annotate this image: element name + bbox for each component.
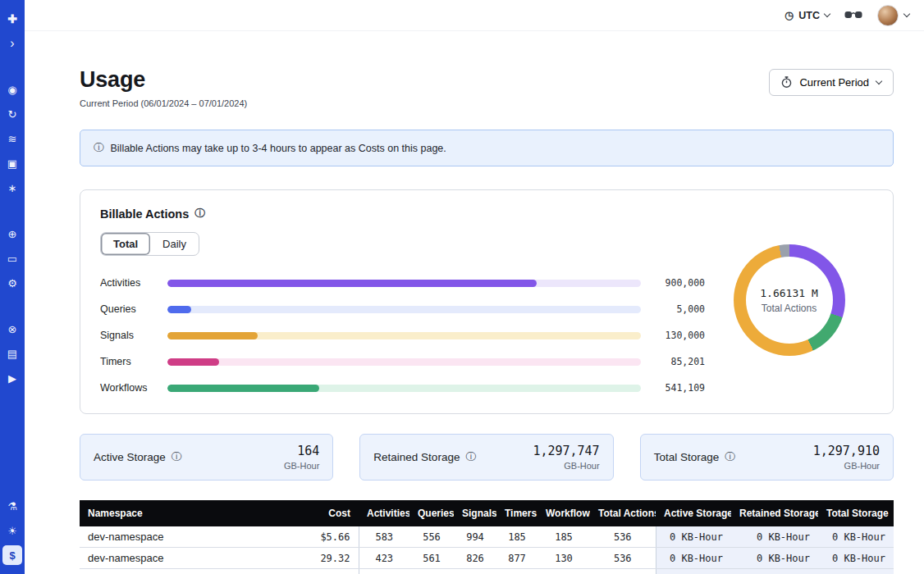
info-icon[interactable]: ⓘ <box>172 450 182 464</box>
total-storage-card: Total Storage ⓘ 1,297,910 GB-Hour <box>640 434 894 481</box>
stopwatch-icon <box>781 76 792 89</box>
theme-icon[interactable]: ☀ <box>2 521 22 540</box>
bar-track <box>167 306 641 313</box>
cell-signals: 826 <box>454 548 496 569</box>
cell-workflows: 130 <box>537 548 590 569</box>
bar-value: 130,000 <box>641 330 705 341</box>
info-icon[interactable]: ⓘ <box>725 450 735 464</box>
tab-total[interactable]: Total <box>101 233 150 255</box>
usage-icon[interactable]: $ <box>2 545 22 565</box>
active-storage-unit: GB-Hour <box>284 461 319 471</box>
cell-workflows: 600 <box>537 569 590 574</box>
cell-retained-storage: 0 KB-Hour <box>731 569 818 574</box>
cell-activities: 583 <box>359 526 409 548</box>
bar-track <box>167 358 641 366</box>
bar-label: Activities <box>100 277 167 289</box>
cloud-icon[interactable]: ⊕ <box>2 224 22 244</box>
page-subtitle: Current Period (06/01/2024 – 07/01/2024) <box>80 98 247 108</box>
cell-signals: 883 <box>454 569 496 574</box>
chevron-down-icon <box>903 11 910 17</box>
bar-track <box>167 280 641 287</box>
namespace-link[interactable]: dev-namespace <box>88 552 164 564</box>
info-banner: ⓘ Billable Actions may take up to 3-4 ho… <box>80 130 894 166</box>
info-icon: ⓘ <box>94 141 104 155</box>
bar-row-timers: Timers 85,201 <box>100 356 705 367</box>
cell-timers: 185 <box>496 526 537 548</box>
nexus-icon[interactable]: ∗ <box>2 178 22 198</box>
collapse-sidebar-icon[interactable]: › <box>2 34 22 53</box>
cell-queries: 556 <box>409 526 454 548</box>
chevron-down-icon <box>824 11 830 17</box>
cell-timers: 816 <box>496 569 537 574</box>
timezone-label: UTC <box>798 10 820 21</box>
timezone-selector[interactable]: ◷ UTC <box>784 9 830 21</box>
page-title: Usage <box>80 67 247 93</box>
col-queries: Queries <box>409 500 454 526</box>
col-workflows: Workflows <box>537 500 590 526</box>
col-total-actions: Total Actions <box>590 500 656 526</box>
cell-workflows: 185 <box>537 526 590 548</box>
support-icon[interactable]: ⊗ <box>2 319 22 339</box>
cell-total-storage: 0 KB-Hour <box>818 548 894 569</box>
content: Usage Current Period (06/01/2024 – 07/01… <box>25 31 924 574</box>
docs-icon[interactable]: ▤ <box>2 344 22 363</box>
deployments-icon[interactable]: ▣ <box>2 153 22 173</box>
cell-active-storage: 0 KB-Hour <box>656 569 731 574</box>
cell-total-actions: 536 <box>590 526 656 548</box>
bar-value: 541,109 <box>641 382 705 394</box>
donut-center-label: Total Actions <box>762 303 817 314</box>
tab-daily[interactable]: Daily <box>150 233 199 255</box>
avatar[interactable] <box>877 5 899 26</box>
retained-storage-value: 1,297,747 <box>533 444 599 458</box>
bar-row-workflows: Workflows 541,109 <box>100 382 705 394</box>
total-storage-label: Total Storage <box>654 451 720 463</box>
table-row: dev-namespace $3.35 492 536 883 816 600 … <box>80 569 894 574</box>
bar-label: Signals <box>100 330 167 341</box>
info-banner-text: Billable Actions may take up to 3-4 hour… <box>111 143 446 154</box>
active-storage-card: Active Storage ⓘ 164 GB-Hour <box>80 434 333 481</box>
active-storage-value: 164 <box>284 444 319 458</box>
main-area: ◷ UTC Usage Current Period (06/01/2024 –… <box>25 0 924 574</box>
retained-storage-label: Retained Storage <box>373 451 460 463</box>
glasses-icon[interactable] <box>844 10 862 20</box>
billable-view-tabs: Total Daily <box>100 232 199 256</box>
namespace-link[interactable]: dev-namespace <box>88 531 164 543</box>
col-retained-storage: Retained Storage <box>731 500 818 526</box>
cell-active-storage: 0 KB-Hour <box>656 526 731 548</box>
table-header-row: Namespace Cost Activities Queries Signal… <box>80 500 894 526</box>
total-storage-value: 1,297,910 <box>813 444 880 458</box>
billable-bar-chart: Activities 900,000 Queries 5,000 Signals… <box>100 277 705 394</box>
col-total-storage: Total Storage <box>818 500 894 526</box>
info-icon[interactable]: ⓘ <box>194 207 205 221</box>
col-timers: Timers <box>496 500 537 526</box>
period-button-label: Current Period <box>799 76 869 89</box>
bar-track <box>167 332 641 339</box>
info-icon[interactable]: ⓘ <box>465 450 476 464</box>
cell-active-storage: 0 KB-Hour <box>656 548 731 569</box>
bar-track <box>167 385 641 392</box>
labs-icon[interactable]: ⚗ <box>2 496 22 516</box>
col-active-storage: Active Storage <box>656 500 731 526</box>
cell-queries: 536 <box>409 569 454 574</box>
schedules-icon[interactable]: ↻ <box>2 104 22 124</box>
col-namespace: Namespace <box>80 500 289 526</box>
table-row: dev-namespace $5.66 583 556 994 185 185 … <box>80 526 894 548</box>
billing-icon[interactable]: ▭ <box>2 248 22 268</box>
temporal-logo-icon[interactable]: ✚ <box>2 9 22 29</box>
cell-cost: $3.35 <box>289 569 359 574</box>
cell-queries: 561 <box>409 548 454 569</box>
billable-actions-title: Billable Actions <box>100 207 189 221</box>
topbar: ◷ UTC <box>25 0 924 31</box>
user-menu[interactable] <box>877 5 909 26</box>
cell-retained-storage: 0 KB-Hour <box>731 526 818 548</box>
total-actions-donut: 1.66131 M Total Actions <box>734 244 845 356</box>
workflows-icon[interactable]: ≋ <box>2 129 22 148</box>
namespaces-icon[interactable]: ◉ <box>2 80 22 99</box>
period-select-button[interactable]: Current Period <box>769 69 894 96</box>
getting-started-icon[interactable]: ▶ <box>2 368 22 388</box>
bar-label: Timers <box>100 356 167 367</box>
total-storage-unit: GB-Hour <box>813 461 880 471</box>
cell-total-actions: 130 <box>590 569 656 574</box>
settings-icon[interactable]: ⚙ <box>2 273 22 293</box>
cell-signals: 994 <box>454 526 496 548</box>
